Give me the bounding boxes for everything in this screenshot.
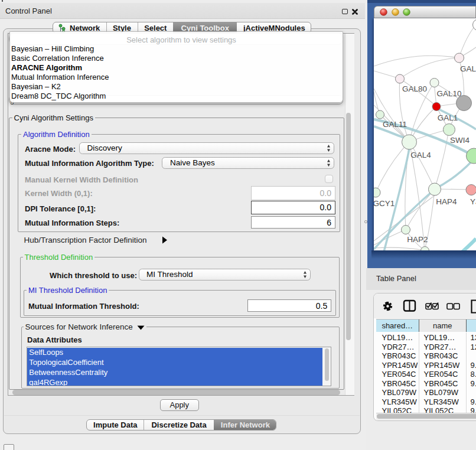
svg-text:HAP4: HAP4 — [436, 197, 457, 206]
svg-text:GCY1: GCY1 — [374, 199, 395, 208]
svg-text:YJ: YJ — [470, 197, 476, 206]
svg-text:SWI4: SWI4 — [450, 136, 470, 145]
svg-text:GAL10: GAL10 — [436, 89, 461, 98]
svg-text:GAL4: GAL4 — [410, 151, 431, 159]
svg-text:GAL11: GAL11 — [383, 120, 407, 129]
svg-text:GAL1: GAL1 — [438, 113, 458, 122]
svg-text:GAL80: GAL80 — [402, 84, 427, 93]
svg-text:GAL7: GAL7 — [460, 64, 476, 73]
svg-text:HAP2: HAP2 — [407, 235, 428, 244]
